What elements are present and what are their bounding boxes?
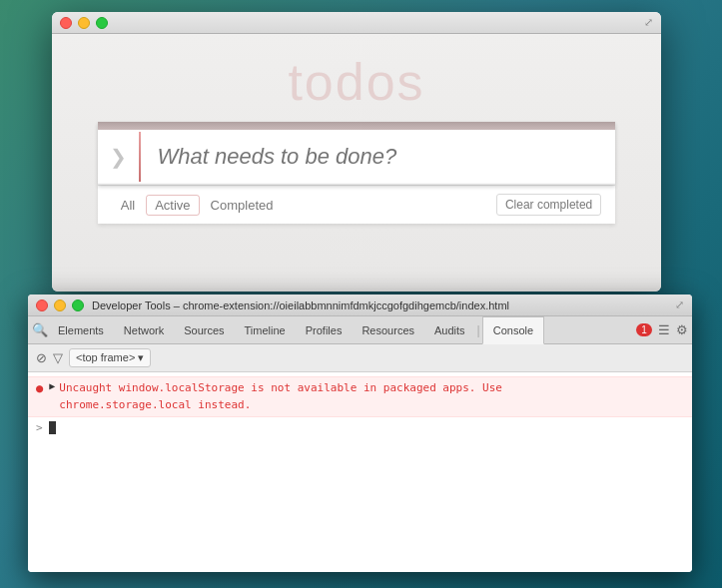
search-icon[interactable]: 🔍 bbox=[32, 322, 48, 337]
console-error-text: Uncaught window.localStorage is not avai… bbox=[59, 380, 684, 413]
app-window: ⤢ todos ❯ All Active Completed Clear com… bbox=[52, 12, 661, 292]
app-titlebar: ⤢ bbox=[52, 12, 661, 34]
tab-sources[interactable]: Sources bbox=[174, 316, 234, 344]
app-content: todos ❯ All Active Completed Clear compl… bbox=[52, 34, 661, 292]
settings-icon[interactable]: ⚙ bbox=[676, 322, 688, 337]
devtools-traffic-lights bbox=[36, 299, 84, 311]
filter-completed-button[interactable]: Completed bbox=[202, 195, 283, 216]
filter-active-button[interactable]: Active bbox=[146, 195, 199, 216]
devtools-close-button[interactable] bbox=[36, 299, 48, 311]
tab-audits[interactable]: Audits bbox=[424, 316, 475, 344]
traffic-lights bbox=[60, 17, 108, 29]
error-count-badge: 1 bbox=[636, 323, 652, 336]
todo-input-area: ❯ bbox=[98, 122, 616, 185]
todo-input-row: ❯ bbox=[98, 130, 616, 185]
clear-completed-button[interactable]: Clear completed bbox=[496, 194, 601, 216]
tab-resources[interactable]: Resources bbox=[352, 316, 424, 344]
filter-all-button[interactable]: All bbox=[112, 195, 144, 216]
console-prompt-row[interactable]: > bbox=[28, 417, 692, 438]
console-prompt-icon: > bbox=[36, 421, 43, 434]
tab-console[interactable]: Console bbox=[482, 316, 544, 344]
devtools-window: Developer Tools – chrome-extension://oie… bbox=[28, 294, 692, 572]
todo-footer: All Active Completed Clear completed bbox=[98, 185, 616, 224]
devtools-titlebar: Developer Tools – chrome-extension://oie… bbox=[28, 294, 692, 316]
devtools-toolbar: ⊘ ▽ <top frame> ▾ bbox=[28, 344, 692, 372]
devtools-tab-right-controls: 1 ☰ ⚙ bbox=[636, 322, 688, 337]
devtools-tabs-bar: 🔍 Elements Network Sources Timeline Prof… bbox=[28, 316, 692, 344]
devtools-console[interactable]: ● ▶ Uncaught window.localStorage is not … bbox=[28, 372, 692, 572]
devtools-body: 🔍 Elements Network Sources Timeline Prof… bbox=[28, 316, 692, 572]
app-title: todos bbox=[288, 34, 424, 122]
minimize-button[interactable] bbox=[78, 17, 90, 29]
devtools-title: Developer Tools – chrome-extension://oie… bbox=[92, 299, 675, 311]
tab-elements[interactable]: Elements bbox=[48, 316, 114, 344]
list-lines-icon[interactable]: ☰ bbox=[658, 322, 670, 337]
input-left-border bbox=[139, 132, 142, 182]
devtools-minimize-button[interactable] bbox=[54, 299, 66, 311]
error-circle-icon: ● bbox=[36, 381, 43, 395]
input-bar-decoration bbox=[98, 122, 616, 130]
tab-profiles[interactable]: Profiles bbox=[296, 316, 353, 344]
window-expand-icon[interactable]: ⤢ bbox=[644, 16, 653, 29]
filter-icon[interactable]: ▽ bbox=[53, 350, 63, 365]
devtools-expand-icon[interactable]: ⤢ bbox=[675, 298, 684, 311]
error-expand-button[interactable]: ▶ bbox=[49, 380, 55, 391]
frame-selector[interactable]: <top frame> ▾ bbox=[69, 348, 151, 367]
footer-filters: All Active Completed bbox=[112, 195, 283, 216]
todo-input[interactable] bbox=[153, 130, 603, 184]
tab-timeline[interactable]: Timeline bbox=[235, 316, 296, 344]
tab-divider: | bbox=[475, 323, 482, 337]
close-button[interactable] bbox=[60, 17, 72, 29]
console-error-row: ● ▶ Uncaught window.localStorage is not … bbox=[28, 376, 692, 417]
console-cursor bbox=[49, 421, 56, 434]
devtools-maximize-button[interactable] bbox=[72, 299, 84, 311]
tab-network[interactable]: Network bbox=[114, 316, 174, 344]
clear-console-icon[interactable]: ⊘ bbox=[36, 350, 47, 365]
maximize-button[interactable] bbox=[96, 17, 108, 29]
toggle-all-icon[interactable]: ❯ bbox=[110, 145, 127, 169]
